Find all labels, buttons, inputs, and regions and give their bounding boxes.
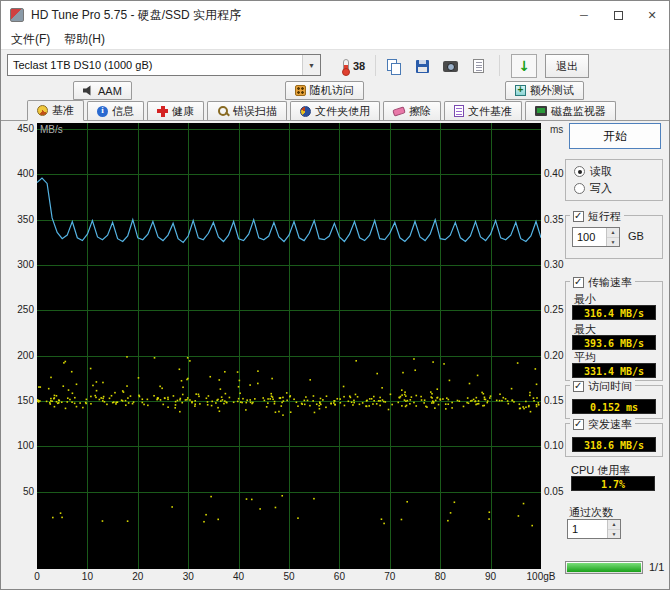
tab-info[interactable]: 信息 <box>87 101 144 120</box>
axis-tick: 100 <box>3 440 34 452</box>
device-select[interactable]: Teclast 1TB DS10 (1000 gB) ▼ <box>7 54 321 76</box>
axis-tick: 400 <box>3 168 34 180</box>
camera-button[interactable] <box>437 54 463 78</box>
tab-aam[interactable]: AAM <box>73 81 132 100</box>
maximize-button[interactable] <box>601 1 635 29</box>
axis-tick: 300 <box>3 259 34 271</box>
min-value: 316.4 MB/s <box>572 305 656 320</box>
speaker-icon <box>83 85 94 96</box>
axis-tick: 150 <box>3 395 34 407</box>
benchmark-chart <box>37 123 541 569</box>
chevron-down-icon: ▼ <box>302 55 320 75</box>
app-icon <box>10 8 24 22</box>
axis-tick: 0.40 <box>544 168 574 180</box>
tab-folder-usage[interactable]: 文件夹使用 <box>290 101 380 120</box>
axis-tick: 50 <box>3 486 34 498</box>
tab-extra-tests[interactable]: 额外测试 <box>505 81 584 100</box>
access-time-group: 访问时间 0.152 ms <box>565 385 663 419</box>
axis-tick: 10 <box>67 571 107 583</box>
axis-tick: 0.15 <box>544 395 574 407</box>
benchmark-controls: 开始 读取 写入 短行程 100 ▲ <box>561 121 669 590</box>
short-stroke-group: 短行程 100 ▲ ▼ GB <box>565 215 663 259</box>
toolbar-separator <box>499 55 500 76</box>
save-icon <box>416 60 429 73</box>
write-radio[interactable] <box>574 183 585 194</box>
access-time-value: 0.152 ms <box>572 399 656 414</box>
benchmark-panel: MB/s ms 开始 读取 写入 短行程 <box>1 121 669 589</box>
save-screenshot-button[interactable] <box>409 54 435 78</box>
document-icon <box>473 59 484 73</box>
tab-disk-monitor[interactable]: 磁盘监视器 <box>525 101 616 120</box>
tab-erase[interactable]: 擦除 <box>383 101 441 120</box>
spin-up-button[interactable]: ▲ <box>608 520 620 530</box>
tab-strip-upper: AAM 随机访问 额外测试 <box>1 81 669 100</box>
menu-item-file[interactable]: 文件(F) <box>4 29 57 50</box>
spin-down-button[interactable]: ▼ <box>608 530 620 539</box>
tab-label: 错误扫描 <box>233 104 277 119</box>
capacity-value: 100 <box>573 228 606 246</box>
text-report-button[interactable] <box>465 54 491 78</box>
short-stroke-label: 短行程 <box>588 209 621 224</box>
passes-value: 1 <box>568 520 607 538</box>
minimize-button[interactable]: ─ <box>567 1 601 29</box>
dice-icon <box>295 85 306 96</box>
transfer-rate-checkbox[interactable] <box>573 277 584 288</box>
tab-health[interactable]: 健康 <box>147 101 204 120</box>
maximize-icon <box>614 11 623 20</box>
close-button[interactable]: ✕ <box>635 1 669 29</box>
title-bar: HD Tune Pro 5.75 - 硬盘/SSD 实用程序 ─ ✕ <box>1 1 669 29</box>
tab-error-scan[interactable]: 错误扫描 <box>207 101 287 120</box>
passes-spinner[interactable]: 1 ▲ ▼ <box>567 519 621 539</box>
tab-label: 随机访问 <box>310 83 354 98</box>
spin-down-button[interactable]: ▼ <box>607 238 619 247</box>
progress-fill <box>567 563 641 572</box>
menu-item-help[interactable]: 帮助(H) <box>57 29 112 50</box>
file-benchmark-icon <box>454 105 464 117</box>
thermometer-icon <box>343 59 349 74</box>
tab-label: 磁盘监视器 <box>551 104 606 119</box>
short-stroke-checkbox[interactable] <box>573 211 584 222</box>
access-time-checkbox[interactable] <box>573 381 584 392</box>
axis-tick: 40 <box>219 571 259 583</box>
capacity-unit: GB <box>628 230 644 242</box>
read-label: 读取 <box>590 164 612 179</box>
tab-file-benchmark[interactable]: 文件基准 <box>444 101 522 120</box>
axis-tick: 90 <box>471 571 511 583</box>
download-update-button[interactable] <box>511 54 537 78</box>
eraser-icon <box>392 106 406 116</box>
transfer-rate-group: 传输速率 最小 316.4 MB/s 最大 393.6 MB/s 平均 331.… <box>565 281 663 381</box>
temperature-value: 38 <box>353 60 365 72</box>
burst-rate-value: 318.6 MB/s <box>572 437 656 452</box>
capacity-spinner[interactable]: 100 ▲ ▼ <box>572 227 620 247</box>
burst-rate-label: 突发速率 <box>588 417 632 432</box>
menu-bar: 文件(F) 帮助(H) <box>1 29 669 49</box>
passes-label: 通过次数 <box>569 505 613 520</box>
health-cross-icon <box>157 106 168 117</box>
app-window: HD Tune Pro 5.75 - 硬盘/SSD 实用程序 ─ ✕ 文件(F)… <box>0 0 670 590</box>
access-time-label: 访问时间 <box>588 379 632 394</box>
start-button[interactable]: 开始 <box>569 123 661 149</box>
tab-benchmark[interactable]: 基准 <box>27 100 84 121</box>
copy-button[interactable] <box>381 54 407 78</box>
progress-label: 1/1 <box>649 561 664 573</box>
camera-icon <box>443 61 458 72</box>
burst-rate-checkbox[interactable] <box>573 419 584 430</box>
axis-tick: 250 <box>3 304 34 316</box>
copy-icon <box>387 59 401 74</box>
magnifier-icon <box>217 105 229 117</box>
cpu-usage-value: 1.7% <box>571 476 655 491</box>
info-icon <box>97 106 108 117</box>
pie-chart-icon <box>300 106 311 117</box>
exit-button[interactable]: 退出 <box>545 54 589 78</box>
download-icon <box>517 58 531 74</box>
axis-tick: 80 <box>420 571 460 583</box>
toolbar-separator <box>375 55 376 76</box>
gauge-icon <box>37 105 48 116</box>
tab-random-access[interactable]: 随机访问 <box>285 81 364 100</box>
spin-up-button[interactable]: ▲ <box>607 228 619 238</box>
axis-tick: 450 <box>3 123 34 135</box>
read-radio[interactable] <box>574 166 585 177</box>
avg-value: 331.4 MB/s <box>572 363 656 378</box>
disk-monitor-icon <box>535 106 547 116</box>
tab-label: 额外测试 <box>530 83 574 98</box>
